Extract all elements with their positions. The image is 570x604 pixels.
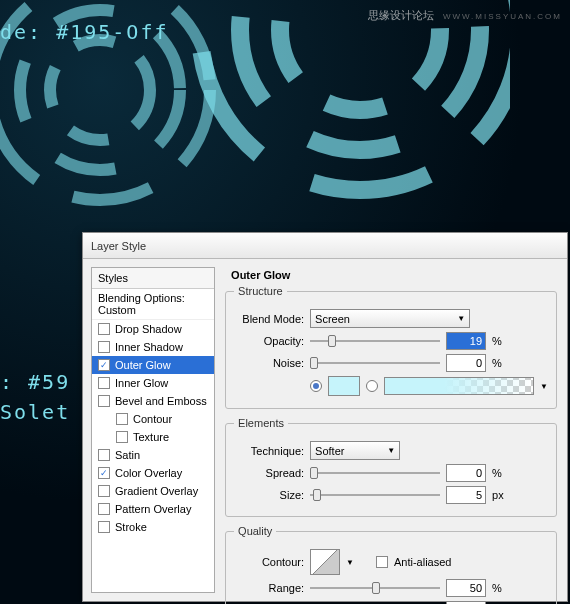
settings-panel: Outer Glow Structure Blend Mode: Screen … bbox=[223, 259, 567, 601]
style-item-label: Gradient Overlay bbox=[115, 485, 198, 497]
bg-text-3: Solet bbox=[0, 400, 70, 424]
style-item-label: Satin bbox=[115, 449, 140, 461]
chevron-down-icon: ▼ bbox=[387, 446, 395, 455]
noise-unit: % bbox=[492, 357, 506, 369]
svg-point-2 bbox=[50, 40, 150, 140]
structure-legend: Structure bbox=[234, 285, 287, 297]
gradient-radio[interactable] bbox=[366, 380, 378, 392]
style-item-satin[interactable]: Satin bbox=[92, 446, 214, 464]
elements-group: Elements Technique: Softer ▼ Spread: 0 %… bbox=[225, 417, 557, 517]
style-item-gradient-overlay[interactable]: Gradient Overlay bbox=[92, 482, 214, 500]
style-item-pattern-overlay[interactable]: Pattern Overlay bbox=[92, 500, 214, 518]
blend-mode-select[interactable]: Screen ▼ bbox=[310, 309, 470, 328]
blend-mode-value: Screen bbox=[315, 313, 350, 325]
anti-aliased-label: Anti-aliased bbox=[394, 556, 451, 568]
style-item-stroke[interactable]: Stroke bbox=[92, 518, 214, 536]
noise-input[interactable]: 0 bbox=[446, 354, 486, 372]
style-item-label: Inner Shadow bbox=[115, 341, 183, 353]
style-item-inner-glow[interactable]: Inner Glow bbox=[92, 374, 214, 392]
elements-legend: Elements bbox=[234, 417, 288, 429]
range-unit: % bbox=[492, 582, 506, 594]
style-checkbox[interactable] bbox=[116, 431, 128, 443]
blending-options-row[interactable]: Blending Options: Custom bbox=[92, 289, 214, 320]
anti-aliased-checkbox[interactable] bbox=[376, 556, 388, 568]
style-item-label: Drop Shadow bbox=[115, 323, 182, 335]
layer-style-dialog: Layer Style Styles Blending Options: Cus… bbox=[82, 232, 568, 602]
dialog-titlebar[interactable]: Layer Style bbox=[83, 233, 567, 259]
style-checkbox[interactable] bbox=[98, 377, 110, 389]
opacity-input[interactable]: 19 bbox=[446, 332, 486, 350]
spread-slider[interactable] bbox=[310, 466, 440, 480]
style-checkbox[interactable] bbox=[98, 395, 110, 407]
style-checkbox[interactable] bbox=[98, 449, 110, 461]
quality-legend: Quality bbox=[234, 525, 276, 537]
chevron-down-icon[interactable]: ▼ bbox=[346, 558, 354, 567]
blend-mode-label: Blend Mode: bbox=[234, 313, 304, 325]
watermark-cn: 思缘设计论坛 bbox=[368, 9, 434, 21]
quality-group: Quality Contour: ▼ Anti-aliased Range: 5… bbox=[225, 525, 557, 604]
opacity-label: Opacity: bbox=[234, 335, 304, 347]
style-item-outer-glow[interactable]: Outer Glow bbox=[92, 356, 214, 374]
style-item-label: Bevel and Emboss bbox=[115, 395, 207, 407]
noise-label: Noise: bbox=[234, 357, 304, 369]
style-item-texture[interactable]: Texture bbox=[92, 428, 214, 446]
style-checkbox[interactable] bbox=[98, 359, 110, 371]
color-radio[interactable] bbox=[310, 380, 322, 392]
spread-label: Spread: bbox=[234, 467, 304, 479]
panel-title: Outer Glow bbox=[231, 269, 557, 281]
style-item-inner-shadow[interactable]: Inner Shadow bbox=[92, 338, 214, 356]
style-item-label: Texture bbox=[133, 431, 169, 443]
size-unit: px bbox=[492, 489, 506, 501]
style-checkbox[interactable] bbox=[98, 521, 110, 533]
watermark: 思缘设计论坛 WWW.MISSYUAN.COM bbox=[368, 8, 562, 23]
spread-input[interactable]: 0 bbox=[446, 464, 486, 482]
color-swatch[interactable] bbox=[328, 376, 360, 396]
style-item-label: Outer Glow bbox=[115, 359, 171, 371]
size-slider[interactable] bbox=[310, 488, 440, 502]
bg-text-1: de: #195-Off bbox=[0, 20, 169, 44]
style-item-drop-shadow[interactable]: Drop Shadow bbox=[92, 320, 214, 338]
bg-text-2: : #59 bbox=[0, 370, 70, 394]
contour-label: Contour: bbox=[234, 556, 304, 568]
chevron-down-icon[interactable]: ▼ bbox=[540, 382, 548, 391]
style-item-label: Color Overlay bbox=[115, 467, 182, 479]
style-checkbox[interactable] bbox=[98, 485, 110, 497]
opacity-slider[interactable] bbox=[310, 334, 440, 348]
noise-slider[interactable] bbox=[310, 356, 440, 370]
style-item-label: Inner Glow bbox=[115, 377, 168, 389]
style-checkbox[interactable] bbox=[98, 467, 110, 479]
style-item-bevel-and-emboss[interactable]: Bevel and Emboss bbox=[92, 392, 214, 410]
spread-unit: % bbox=[492, 467, 506, 479]
range-label: Range: bbox=[234, 582, 304, 594]
style-item-label: Stroke bbox=[115, 521, 147, 533]
watermark-url: WWW.MISSYUAN.COM bbox=[443, 12, 562, 21]
style-checkbox[interactable] bbox=[98, 341, 110, 353]
size-label: Size: bbox=[234, 489, 304, 501]
technique-select[interactable]: Softer ▼ bbox=[310, 441, 400, 460]
chevron-down-icon: ▼ bbox=[457, 314, 465, 323]
technique-value: Softer bbox=[315, 445, 344, 457]
style-checkbox[interactable] bbox=[98, 323, 110, 335]
technique-label: Technique: bbox=[234, 445, 304, 457]
contour-picker[interactable] bbox=[310, 549, 340, 575]
styles-header[interactable]: Styles bbox=[92, 268, 214, 289]
style-checkbox[interactable] bbox=[98, 503, 110, 515]
style-checkbox[interactable] bbox=[116, 413, 128, 425]
range-input[interactable]: 50 bbox=[446, 579, 486, 597]
style-item-contour[interactable]: Contour bbox=[92, 410, 214, 428]
gradient-picker[interactable] bbox=[384, 377, 534, 395]
size-input[interactable]: 5 bbox=[446, 486, 486, 504]
structure-group: Structure Blend Mode: Screen ▼ Opacity: … bbox=[225, 285, 557, 409]
dialog-title: Layer Style bbox=[91, 240, 146, 252]
style-item-color-overlay[interactable]: Color Overlay bbox=[92, 464, 214, 482]
range-slider[interactable] bbox=[310, 581, 440, 595]
styles-list: Styles Blending Options: Custom Drop Sha… bbox=[91, 267, 215, 593]
blending-options-label: Blending Options: Custom bbox=[98, 292, 208, 316]
style-item-label: Pattern Overlay bbox=[115, 503, 191, 515]
style-item-label: Contour bbox=[133, 413, 172, 425]
opacity-unit: % bbox=[492, 335, 506, 347]
